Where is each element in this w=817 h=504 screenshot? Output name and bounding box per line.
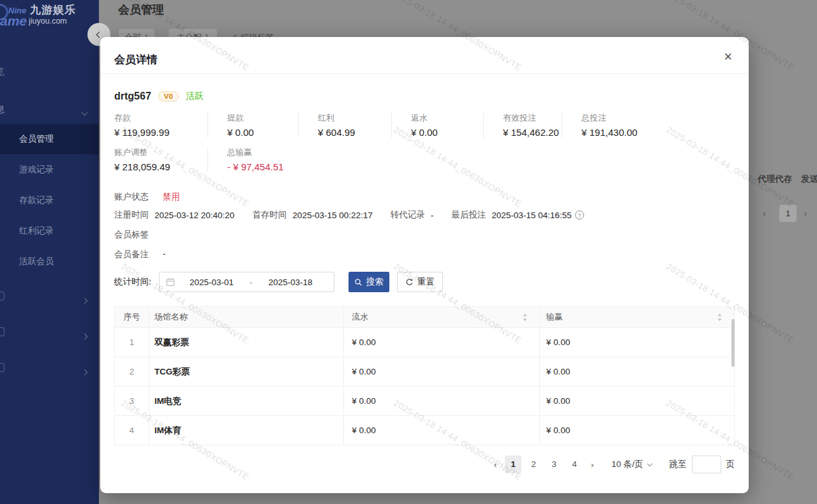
page-number-3[interactable]: 3 <box>546 456 562 473</box>
info-agent-transfer-record: 转代记录 - <box>391 209 434 221</box>
question-circle-icon[interactable]: ? <box>575 211 584 219</box>
jump-to-page-input[interactable] <box>692 456 721 473</box>
stat-total-bets: 总投注 ¥ 191,430.00 <box>562 112 715 138</box>
page-suffix-label: 页 <box>726 459 735 470</box>
chevron-right-icon <box>82 366 87 377</box>
date-range-label: 统计时间: <box>114 276 151 288</box>
date-separator: - <box>248 278 253 287</box>
next-page-button[interactable]: › <box>585 460 600 470</box>
col-header-winloss: 输赢 <box>539 307 734 327</box>
jump-to-label: 跳至 <box>670 459 687 470</box>
sidebar-group-clipped-label: 息 <box>0 104 4 115</box>
stats-filter-row: 统计时间: 2025-03-01 - 2025-03-18 <box>114 272 735 292</box>
sidebar-item-deposit-records[interactable]: 存款记录 <box>0 185 99 216</box>
table-header-row: 序号 场馆名称 流水 输赢 <box>115 307 734 328</box>
logo-domain: jiuyou.com <box>29 17 67 26</box>
calendar-icon <box>166 278 175 286</box>
sidebar-group-member-info[interactable]: 息 <box>0 96 99 124</box>
logo-text-cn: 九游娱乐 <box>30 3 76 17</box>
background-table-header-fragment: 情 代理代存 发送 <box>740 174 817 185</box>
sidebar-clipped-label: 览 <box>0 66 4 78</box>
sidebar-group-collapsed-3[interactable] <box>0 354 99 382</box>
stat-total-winloss: 总输赢 - ¥ 97,454.51 <box>207 147 298 172</box>
reset-button[interactable]: 重置 <box>397 272 443 292</box>
page-size-select[interactable]: 10 条/页 <box>611 459 652 470</box>
member-name: drtg567 <box>114 91 151 102</box>
member-info-row: 注册时间 2025-03-12 20:40:20 首存时间 2025-03-15… <box>114 209 735 221</box>
stat-deposit: 存款 ¥ 119,999.99 <box>114 112 207 138</box>
venue-stats-table: 序号 场馆名称 流水 输赢 <box>114 306 735 445</box>
table-row: 1 双赢彩票 ¥ 0.00 ¥ 0.00 <box>115 328 734 357</box>
sidebar-group-icon <box>0 327 4 336</box>
info-last-bet: 最后投注 2025-03-15 04:16:55 ? <box>451 209 583 221</box>
member-notes-row: 会员备注 - <box>114 249 735 260</box>
page-number-4[interactable]: 4 <box>566 456 583 473</box>
member-summary: drtg567 V0 活跃 <box>114 89 735 103</box>
col-header-turnover: 流水 <box>343 307 539 327</box>
col-header-venue: 场馆名称 <box>149 307 343 327</box>
table-scrollbar[interactable] <box>731 319 735 367</box>
background-next-page-button[interactable]: › <box>804 208 807 219</box>
venue-name: IM电竞 <box>154 396 181 407</box>
account-status-row: 账户状态 禁用 <box>114 191 735 203</box>
table-row: 2 TCG彩票 ¥ 0.00 ¥ 0.00 <box>115 357 734 387</box>
table-row: 3 IM电竞 ¥ 0.00 ¥ 0.00 <box>115 387 734 416</box>
vip-level-badge: V0 <box>158 91 179 101</box>
chevron-right-icon <box>82 330 87 341</box>
sort-icon[interactable] <box>522 313 528 322</box>
member-detail-modal: 会员详情 × drtg567 V0 活跃 存款 ¥ 119,999.99 提款 … <box>100 37 749 493</box>
close-icon[interactable]: × <box>724 50 732 64</box>
sidebar-group-collapsed-2[interactable] <box>0 318 99 346</box>
member-tags-row: 会员标签 <box>114 229 735 241</box>
date-range-picker[interactable]: 2025-03-01 - 2025-03-18 <box>159 272 334 292</box>
table-row: 4 IM体育 ¥ 0.00 ¥ 0.00 <box>115 416 734 445</box>
background-page-number[interactable]: 1 <box>779 205 797 222</box>
stat-withdrawal: 提款 ¥ 0.00 <box>207 112 298 138</box>
info-first-deposit-time: 首存时间 2025-03-15 00:22:17 <box>252 209 372 221</box>
stat-rebate: 返水 ¥ 0.00 <box>391 112 483 138</box>
stats-row-1: 存款 ¥ 119,999.99 提款 ¥ 0.00 红利 ¥ 604.99 返水… <box>114 112 735 138</box>
sidebar-item-bonus-records[interactable]: 红利记录 <box>0 216 99 246</box>
sidebar-group-icon <box>0 292 4 300</box>
stat-account-adjustment: 账户调整 ¥ 218,059.49 <box>114 147 207 172</box>
chevron-right-icon <box>82 294 87 306</box>
stat-valid-bets: 有效投注 ¥ 154,462.20 <box>483 112 562 138</box>
brand-logo: Nine 九游娱乐 ame jiuyou.com <box>0 0 99 38</box>
col-header-no: 序号 <box>115 307 149 327</box>
venue-name: TCG彩票 <box>154 366 190 378</box>
venue-name: 双赢彩票 <box>154 337 189 348</box>
sidebar-item-member-management[interactable]: 会员管理 <box>0 124 99 154</box>
venue-name: IM体育 <box>154 425 181 436</box>
app-root: Nine 九游娱乐 ame jiuyou.com 览 息 会员管理 游戏记录 存… <box>0 0 817 504</box>
page-number-1[interactable]: 1 <box>505 456 521 473</box>
sort-icon[interactable] <box>717 313 723 322</box>
sidebar-group-icon <box>0 363 4 372</box>
sidebar-group-collapsed-1[interactable] <box>0 283 99 311</box>
reset-icon <box>405 278 414 286</box>
background-prev-page-button[interactable]: ‹ <box>763 208 766 219</box>
account-status-value: 禁用 <box>163 191 180 203</box>
chevron-down-icon <box>647 461 652 466</box>
search-icon <box>354 278 363 286</box>
logo-text-ame: ame <box>0 13 27 29</box>
page-number-2[interactable]: 2 <box>525 456 542 473</box>
prev-page-button[interactable]: ‹ <box>488 460 503 470</box>
member-notes-value: - <box>163 249 166 260</box>
stats-row-2: 账户调整 ¥ 218,059.49 总输赢 - ¥ 97,454.51 <box>114 147 735 172</box>
chevron-down-icon <box>82 106 87 117</box>
modal-title: 会员详情 <box>114 52 158 67</box>
pagination: ‹ 1 2 3 4 › 10 条/页 跳至 页 <box>114 456 735 473</box>
start-date[interactable]: 2025-03-01 <box>175 278 248 287</box>
sidebar: Nine 九游娱乐 ame jiuyou.com 览 息 会员管理 游戏记录 存… <box>0 0 99 504</box>
stat-bonus: 红利 ¥ 604.99 <box>298 112 391 138</box>
modal-body: drtg567 V0 活跃 存款 ¥ 119,999.99 提款 ¥ 0.00 … <box>100 89 749 473</box>
page-title: 会员管理 <box>118 2 164 17</box>
search-button[interactable]: 搜索 <box>349 272 389 292</box>
sidebar-item-game-records[interactable]: 游戏记录 <box>0 154 99 185</box>
modal-header: 会员详情 × <box>100 37 749 74</box>
end-date[interactable]: 2025-03-18 <box>253 278 327 287</box>
info-register-time: 注册时间 2025-03-12 20:40:20 <box>114 209 234 221</box>
member-status-badge: 活跃 <box>186 91 204 102</box>
sidebar-item-active-members[interactable]: 活跃会员 <box>0 246 99 277</box>
